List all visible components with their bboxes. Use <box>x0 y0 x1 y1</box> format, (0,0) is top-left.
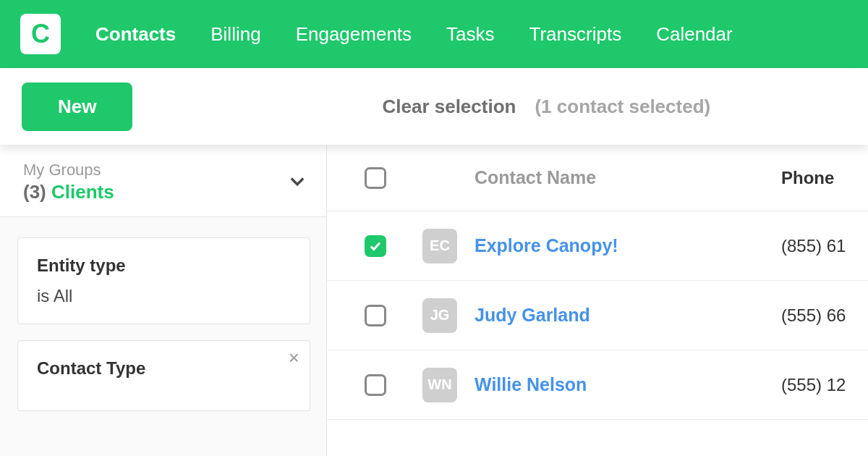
row-avatar-cell: WN <box>422 368 470 402</box>
filter-value: is All <box>37 286 294 306</box>
row-avatar-cell: EC <box>422 229 470 263</box>
contact-phone: (855) 61 <box>781 236 868 256</box>
filter-contact-type[interactable]: × Contact Type <box>17 340 310 411</box>
group-selector[interactable]: My Groups (3) Clients <box>0 145 326 217</box>
nav-tasks[interactable]: Tasks <box>446 23 494 46</box>
group-name: Clients <box>51 181 114 203</box>
nav-engagements[interactable]: Engagements <box>296 23 412 46</box>
nav-contacts[interactable]: Contacts <box>95 23 176 46</box>
row-checkbox-cell <box>365 374 422 396</box>
group-label: My Groups <box>23 161 114 180</box>
contact-name-link[interactable]: Judy Garland <box>470 305 781 326</box>
group-selector-text: My Groups (3) Clients <box>23 161 114 203</box>
select-all-checkbox[interactable] <box>365 167 386 189</box>
table-header: Contact Name Phone <box>327 145 868 211</box>
row-checkbox[interactable] <box>365 305 386 326</box>
table-row[interactable]: JG Judy Garland (555) 66 <box>327 281 868 350</box>
avatar: WN <box>422 368 457 402</box>
clear-selection-button[interactable]: Clear selection <box>382 96 516 118</box>
contact-name-link[interactable]: Explore Canopy! <box>470 235 781 256</box>
row-checkbox[interactable] <box>365 374 386 396</box>
contact-phone: (555) 66 <box>781 305 868 326</box>
nav-billing[interactable]: Billing <box>210 23 260 46</box>
group-value: (3) Clients <box>23 181 114 203</box>
header-phone[interactable]: Phone <box>781 168 868 188</box>
avatar: JG <box>422 298 457 333</box>
sidebar: My Groups (3) Clients Entity type is All… <box>0 145 327 456</box>
close-icon[interactable]: × <box>289 348 299 367</box>
header-checkbox-cell <box>365 167 422 189</box>
top-nav: C Contacts Billing Engagements Tasks Tra… <box>0 0 868 68</box>
group-count: (3) <box>23 181 46 203</box>
filter-title: Contact Type <box>37 358 294 379</box>
toolbar: New Clear selection (1 contact selected) <box>0 68 868 145</box>
contact-phone: (555) 12 <box>781 375 868 395</box>
filters-panel: Entity type is All × Contact Type <box>0 217 326 421</box>
row-checkbox-cell <box>365 235 422 257</box>
selected-count-label: (1 contact selected) <box>535 96 710 118</box>
content-body: My Groups (3) Clients Entity type is All… <box>0 145 868 456</box>
contact-name-link[interactable]: Willie Nelson <box>470 374 781 395</box>
row-checkbox[interactable] <box>365 235 386 257</box>
row-avatar-cell: JG <box>422 298 470 333</box>
header-name[interactable]: Contact Name <box>470 167 781 188</box>
table-row[interactable]: WN Willie Nelson (555) 12 <box>327 350 868 420</box>
chevron-down-icon <box>287 171 307 194</box>
new-button[interactable]: New <box>22 83 132 131</box>
filter-entity-type[interactable]: Entity type is All <box>17 237 310 324</box>
app-logo[interactable]: C <box>20 14 61 54</box>
avatar: EC <box>422 229 457 263</box>
nav-calendar[interactable]: Calendar <box>656 23 733 46</box>
contacts-table: Contact Name Phone EC Explore Canopy! (8… <box>327 145 868 456</box>
nav-transcripts[interactable]: Transcripts <box>529 23 622 46</box>
row-checkbox-cell <box>365 305 422 326</box>
filter-title: Entity type <box>37 256 294 276</box>
table-row[interactable]: EC Explore Canopy! (855) 61 <box>327 211 868 281</box>
